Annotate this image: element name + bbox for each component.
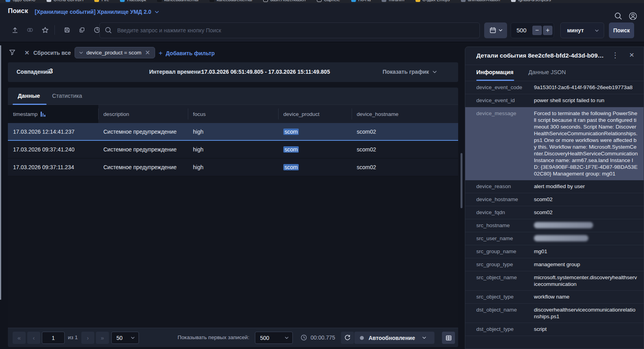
field-row[interactable]: src_group_name mg01 [465,245,644,258]
bookmark-item[interactable]: ЭДО СБИС [6,0,36,3]
add-filter-button[interactable]: + Добавить фильтр [159,49,215,57]
search-button[interactable]: Поиск [609,22,634,38]
bookmark-item[interactable]: Но-На [351,0,371,3]
prev-page-button[interactable]: ‹ [27,332,40,344]
tab-json-data[interactable]: Данные JSON [528,69,566,75]
bookmark-item[interactable]: miranim [382,0,404,3]
bookmark-item[interactable]: Fire [94,0,109,3]
query-input[interactable] [99,22,480,38]
bookmark-item[interactable]: Отдых Emojis [416,0,450,3]
field-row[interactable]: device_event_id power shell script faile… [465,94,644,107]
table-row[interactable]: 17.03.2026 09:37:11.234 Системное предуп… [8,159,458,176]
chevron-down-icon [432,71,437,73]
page-size-select[interactable]: 50 [111,332,139,344]
field-value: Forced to terminate the following PowerS… [534,110,638,177]
auto-refresh-label: Автообновление [369,335,415,341]
panel-fields: device_event_code 9a15301f-2ac6-414f-976… [465,81,644,336]
show-first-value: 500 [260,335,269,341]
column-header-device-hostname[interactable]: device_hostname [352,105,458,123]
favicon [94,0,99,2]
bookmark-item[interactable]: dash.Holzerklasch [263,0,306,3]
columns-settings-button[interactable] [442,332,455,344]
copy-query-button[interactable] [75,23,89,37]
field-row-highlighted[interactable]: device_message Forced to terminate the f… [465,107,644,180]
interval-value: 17.03.2026 06:51:49.805 - 17.03.2026 15:… [201,69,330,75]
favicon [511,0,516,2]
save-query-button[interactable] [60,23,74,37]
refresh-button[interactable] [341,332,354,344]
tab-data[interactable]: Данные [18,93,40,99]
field-row[interactable]: src_group_type management group [465,258,644,271]
field-row[interactable]: device_event_code 9a15301f-2ac6-414f-976… [465,81,644,94]
field-value: power shell script failed to run [534,97,638,104]
column-header-focus[interactable]: focus [188,105,278,123]
field-row[interactable]: dst_object_type script [465,323,644,336]
next-page-button[interactable]: › [81,332,94,344]
page-scrollbar-thumb[interactable] [461,153,462,208]
field-row[interactable]: src_object_name microsoft.systemcenter.d… [465,271,644,291]
remove-filter-icon[interactable]: ✕ [145,49,150,56]
bookmark-label: Ignala-d/scripts/s [518,0,551,2]
range-unit-select[interactable]: минут [560,22,604,38]
field-row[interactable]: src_object_type workflow name [465,291,644,304]
chevron-down-icon [79,52,83,54]
export-button[interactable] [8,23,22,37]
column-label: device_product [283,111,320,117]
tab-information[interactable]: Информация [476,69,513,75]
bookmark-item[interactable]: Отель СБП/БН [47,0,84,3]
field-row[interactable]: dst_object_name discoverhealthservicecom… [465,304,644,323]
favicon [351,0,356,2]
close-icon[interactable]: × [628,50,636,60]
range-decrement-button[interactable]: − [532,26,542,35]
auto-refresh-toggle[interactable]: Автообновление [354,332,434,344]
bookmark-item[interactable]: kancebad/internal [157,0,198,3]
field-key: device_message [476,110,524,177]
field-row[interactable]: src_hostname [465,219,644,232]
field-row[interactable]: device_hostname scom02 [465,193,644,206]
page-number-input[interactable] [42,332,65,344]
bookmark-item[interactable]: Capriele [317,0,340,3]
global-search-icon[interactable] [614,12,622,20]
column-header-device-product[interactable]: device_product [278,105,352,123]
show-chart-button[interactable]: Показать график [382,69,437,75]
storage-selector[interactable]: [Хранилище событий] Хранилище УМД 2.0 [35,9,159,15]
table-row-selected[interactable]: 17.03.2026 12:14:41.237 Системное предуп… [8,123,458,141]
panel-title: Детали события 8ee2cfe8-bfd2-4d3d-b097-3… [476,52,607,59]
field-value: microsoft.systemcenter.discoveryhealthse… [534,274,638,287]
bookmark-label: Но-На [358,0,371,2]
tab-statistics[interactable]: Статистика [52,93,82,99]
column-header-timestamp[interactable]: timestamp [8,105,98,123]
column-header-description[interactable]: description [98,105,188,123]
bookmark-label: ЭДО СБИС [13,0,36,2]
cell-device-product: scom [278,164,352,170]
range-increment-button[interactable]: + [543,26,552,35]
chevron-down-icon [155,11,159,13]
cell-description: Системное предупреждение [98,129,188,135]
last-page-button[interactable]: » [96,332,109,344]
bookmark-label: Отель СБП/БН [54,0,84,2]
field-row[interactable]: src_user_name [465,232,644,245]
range-value[interactable]: 500 [517,27,526,34]
bookmark-item[interactable]: kancebad/external [210,0,252,3]
bookmark-item[interactable]: animation-nation [461,0,500,3]
column-label: device_hostname [357,111,399,117]
show-first-select[interactable]: 500 [255,332,293,344]
link-button[interactable] [23,23,37,37]
bookmark-item[interactable]: Ignala-d/scripts/s [511,0,551,3]
storage-selector-label: [Хранилище событий] Хранилище УМД 2.0 [35,9,151,15]
field-row[interactable]: device_fqdn scom02 [465,206,644,219]
clear-all-filters-button[interactable]: ✕ Сбросить все [24,49,71,56]
favicon [382,0,386,2]
first-page-button[interactable]: « [13,332,26,344]
field-row[interactable]: device_reason alert modified by user [465,180,644,193]
filter-icon [9,49,16,56]
table-row[interactable]: 17.03.2026 09:37:41.240 Системное предуп… [8,141,458,159]
cell-description: Системное предупреждение [98,146,188,153]
bookmark-label: dash.Holzerklasch [270,0,306,2]
query-input-wrap [99,22,480,38]
kebab-menu-icon[interactable]: ⋮ [611,51,619,60]
filter-chip-device-product[interactable]: device_product = scom ✕ [75,47,155,58]
date-range-button[interactable] [484,22,507,38]
bookmark-item[interactable]: Пассворк [120,0,146,3]
favorite-button[interactable] [38,23,52,37]
